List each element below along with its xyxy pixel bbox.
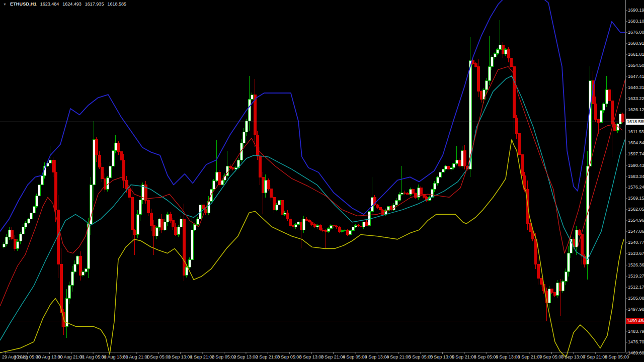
candle [333, 225, 335, 228]
candle [360, 224, 362, 228]
price-axis-label: 1483.795 [628, 329, 644, 334]
candle [436, 176, 439, 186]
candle [297, 221, 299, 226]
price-axis-label: 1569.150 [628, 196, 644, 201]
candle [155, 226, 158, 239]
candle [281, 197, 283, 218]
ohlc-high: 1624.493 [62, 2, 82, 7]
candle [231, 167, 234, 170]
candle [439, 171, 441, 178]
candle [463, 145, 466, 169]
candle [616, 123, 619, 134]
price-axis-label: 1633.220 [628, 96, 644, 101]
candle [452, 163, 455, 169]
candle [24, 221, 27, 229]
candle [513, 63, 515, 133]
candle [188, 257, 191, 268]
price-axis-label: 1654.505 [628, 63, 644, 68]
candle [494, 52, 496, 59]
candle [344, 229, 346, 232]
candle [294, 223, 297, 229]
candle [254, 79, 256, 147]
candle [109, 162, 111, 182]
candle [433, 181, 436, 193]
price-axis-label: 1533.675 [628, 251, 644, 256]
candle [417, 185, 420, 200]
candle [136, 210, 139, 238]
candle [19, 232, 22, 244]
candle [172, 218, 174, 230]
candle [248, 76, 251, 131]
candle [338, 226, 341, 233]
candle [491, 55, 493, 70]
candle [455, 146, 458, 165]
symbol-marker-icon: ▼ [3, 2, 7, 7]
price-axis-label: 1547.865 [628, 229, 644, 234]
chart-plot-area[interactable] [0, 0, 644, 362]
candle [90, 177, 92, 235]
candle [510, 56, 512, 68]
candle [461, 146, 463, 168]
candle [166, 212, 169, 226]
candle [273, 193, 275, 213]
candle [101, 163, 103, 183]
candle [68, 282, 70, 304]
candle [485, 78, 488, 94]
candle [267, 178, 270, 191]
price-axis-label: 1611.935 [628, 129, 644, 134]
price-axis-label: 1640.315 [628, 85, 644, 90]
candle [104, 173, 106, 193]
candle [474, 62, 477, 67]
candle [379, 207, 381, 212]
candle [122, 154, 125, 188]
price-axis-label: 1604.840 [628, 140, 644, 145]
candle [71, 266, 73, 292]
candle [365, 220, 368, 226]
price-axis-label: 1626.125 [628, 107, 644, 112]
candle [60, 248, 62, 327]
candle [310, 221, 313, 225]
candle [507, 47, 510, 62]
candle [54, 160, 57, 222]
candle [602, 103, 605, 113]
candle [565, 268, 567, 285]
candle [226, 151, 228, 179]
candle [425, 196, 428, 202]
candle [215, 140, 218, 183]
price-axis-label: 1661.815 [628, 52, 644, 57]
ohlc-open: 1623.484 [40, 2, 59, 7]
candle [534, 233, 537, 269]
candle [76, 255, 78, 265]
candle [270, 185, 272, 201]
candle [289, 216, 291, 228]
candle [515, 115, 518, 140]
price-axis-label: 1590.435 [628, 163, 644, 168]
candle [613, 122, 616, 131]
candle [131, 186, 133, 244]
candle [621, 113, 624, 123]
candle [278, 200, 280, 207]
candle [5, 234, 8, 246]
candle [243, 128, 245, 147]
candle [341, 229, 343, 233]
candle [85, 268, 87, 274]
candle [335, 225, 338, 229]
candle [158, 218, 160, 231]
candle [556, 280, 558, 298]
price-axis-label: 1583.340 [628, 174, 644, 179]
price-axis-label: 1512.175 [628, 285, 644, 290]
candle [160, 214, 163, 233]
candle [147, 199, 149, 216]
candle [27, 218, 30, 224]
candle [398, 192, 400, 202]
candle [98, 151, 101, 169]
price-axis-label: 1690.195 [628, 8, 644, 13]
candle [283, 211, 286, 216]
candle [139, 198, 141, 221]
candle [362, 222, 365, 229]
candle [502, 42, 504, 58]
candle [480, 90, 482, 103]
candle [245, 119, 248, 136]
candle [35, 194, 38, 208]
candle [264, 174, 267, 198]
